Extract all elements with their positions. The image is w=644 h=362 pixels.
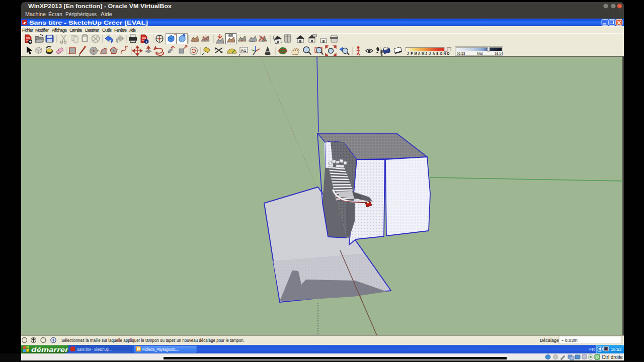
svg-text:J: J xyxy=(425,52,427,55)
svg-text:Ctrl droite: Ctrl droite xyxy=(602,354,623,360)
svg-text:F: F xyxy=(411,52,413,55)
svg-text:?: ? xyxy=(52,338,55,343)
svg-text:Midi: Midi xyxy=(477,52,483,55)
svg-text:J: J xyxy=(429,52,431,55)
svg-text:D: D xyxy=(447,52,450,55)
svg-text:N: N xyxy=(444,52,446,55)
svg-text:Sans titre - SketchUp Créer [E: Sans titre - SketchUp Créer [EVAL] xyxy=(29,20,148,26)
svg-text:WinXP2013 [En fonction] - Orac: WinXP2013 [En fonction] - Oracle VM Virt… xyxy=(28,3,172,9)
svg-text:Fiche05_Paysage201...: Fiche05_Paysage201... xyxy=(142,347,179,352)
svg-text:Aide: Aide xyxy=(129,28,136,33)
svg-text:Périphériques: Périphériques xyxy=(65,11,97,17)
svg-text:O: O xyxy=(440,52,442,55)
svg-text:Fenêtre: Fenêtre xyxy=(114,28,127,33)
svg-text:18:14: 18:14 xyxy=(495,52,503,55)
svg-text:Modifier: Modifier xyxy=(35,28,49,33)
svg-text:Sélectionnez la maille sur laq: Sélectionnez la maille sur laquelle appl… xyxy=(61,338,245,343)
svg-text:Fichier: Fichier xyxy=(22,28,33,33)
svg-text:Décalage: Décalage xyxy=(540,338,559,343)
svg-text:i: i xyxy=(146,40,147,44)
svg-text:Écran: Écran xyxy=(48,11,62,17)
svg-text:Sans titre - SketchUp ...: Sans titre - SketchUp ... xyxy=(77,347,112,352)
svg-text:06:53: 06:53 xyxy=(457,52,465,55)
svg-text:Aide: Aide xyxy=(101,11,112,17)
svg-text:Affichage: Affichage xyxy=(52,28,67,33)
svg-text:Machine: Machine xyxy=(25,11,46,17)
svg-text:M: M xyxy=(422,52,424,55)
svg-text:Outils: Outils xyxy=(102,28,112,33)
svg-text:A: A xyxy=(433,52,435,55)
svg-text:Dessiner: Dessiner xyxy=(85,28,99,33)
svg-text:Caméra: Caméra xyxy=(69,28,82,33)
svg-text:A1: A1 xyxy=(241,48,247,53)
svg-text:S: S xyxy=(436,52,439,55)
svg-text:J: J xyxy=(407,52,409,55)
svg-text:A: A xyxy=(418,52,421,55)
svg-text:démarrer: démarrer xyxy=(31,346,69,353)
svg-text:FR: FR xyxy=(589,347,595,352)
svg-text:16:53: 16:53 xyxy=(611,347,622,352)
svg-text:~ 0,03m: ~ 0,03m xyxy=(561,338,578,343)
svg-text:M: M xyxy=(415,52,417,55)
